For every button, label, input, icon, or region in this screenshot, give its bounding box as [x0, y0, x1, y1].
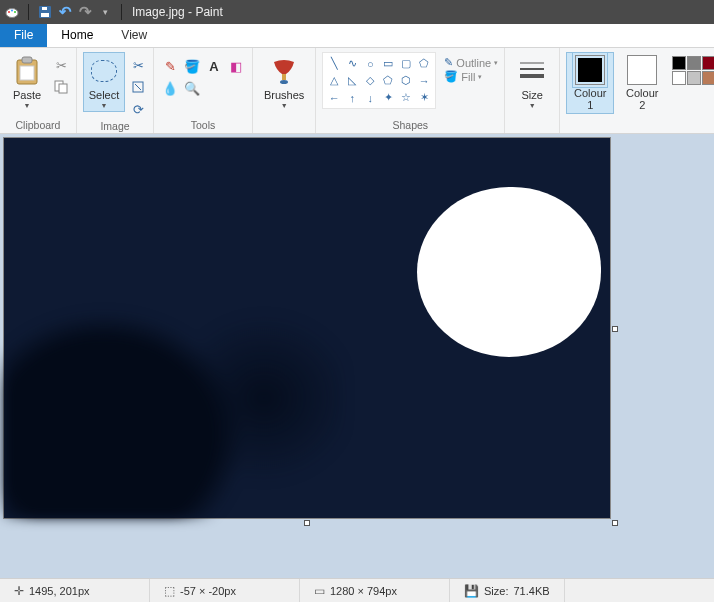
resize-handle-bottom[interactable] [304, 520, 310, 526]
shape-arrow-right-icon[interactable]: → [416, 73, 432, 88]
shape-diamond-icon[interactable]: ◇ [362, 73, 378, 88]
tab-view[interactable]: View [107, 24, 161, 47]
palette-swatch[interactable] [702, 71, 714, 85]
fillbucket-icon: 🪣 [444, 70, 458, 83]
shape-fill-button[interactable]: 🪣 Fill ▾ [444, 70, 498, 83]
palette-swatch[interactable] [702, 56, 714, 70]
palette-swatch[interactable] [687, 56, 701, 70]
colour-palette [672, 52, 714, 85]
svg-rect-13 [282, 74, 286, 80]
shape-triangle-icon[interactable]: △ [326, 73, 342, 88]
status-bar: ✛ 1495, 201px ⬚ -57 × -20px ▭ 1280 × 794… [0, 578, 714, 602]
tab-home[interactable]: Home [47, 24, 107, 47]
cut-icon[interactable]: ✂ [52, 56, 70, 74]
redo-icon[interactable]: ↷ [77, 4, 93, 20]
paste-label: Paste [13, 89, 41, 101]
size-label: Size [522, 89, 543, 101]
fill-icon[interactable]: 🪣 [182, 56, 202, 76]
palette-swatch[interactable] [672, 71, 686, 85]
colour-1-swatch [575, 55, 605, 85]
shape-rect-icon[interactable]: ▭ [380, 56, 396, 71]
status-canvas-dimensions: ▭ 1280 × 794px [300, 579, 450, 602]
shape-arrow-down-icon[interactable]: ↓ [362, 90, 378, 105]
dimensions-value: 1280 × 794px [330, 585, 397, 597]
chevron-down-icon: ▼ [529, 102, 536, 109]
quick-access-toolbar: ↶ ↷ ▾ [4, 4, 126, 20]
select-label: Select [89, 89, 120, 101]
paste-button[interactable]: Paste ▼ [6, 52, 48, 112]
shape-star5-icon[interactable]: ☆ [398, 90, 414, 105]
brush-icon [268, 55, 300, 87]
color-picker-icon[interactable]: 💧 [160, 78, 180, 98]
shapes-gallery[interactable]: ╲ ∿ ○ ▭ ▢ ⬠ △ ◺ ◇ ⬠ ⬡ → ← ↑ ↓ ✦ ☆ ✶ [322, 52, 436, 109]
shape-star4-icon[interactable]: ✦ [380, 90, 396, 105]
eraser-icon[interactable]: ◧ [226, 56, 246, 76]
image-canvas[interactable] [4, 138, 610, 518]
menu-tabs: File Home View [0, 24, 714, 48]
group-size: Size ▼ [505, 48, 560, 133]
resize-handle-right[interactable] [612, 326, 618, 332]
group-clipboard: Paste ▼ ✂ Clipboard [0, 48, 77, 133]
size-button[interactable]: Size ▼ [511, 52, 553, 112]
copy-icon[interactable] [52, 78, 70, 96]
resize-handle-corner[interactable] [612, 520, 618, 526]
paint-app-icon [4, 4, 20, 20]
text-icon[interactable]: A [204, 56, 224, 76]
shape-line-icon[interactable]: ╲ [326, 56, 342, 71]
outline-icon: ✎ [444, 56, 453, 69]
chevron-down-icon: ▼ [281, 102, 288, 109]
tools-grid: ✎ 🪣 A ◧ 💧 🔍 [160, 52, 246, 98]
rotate-icon[interactable]: ⟳ [129, 100, 147, 118]
status-file-size: 💾 Size: 71.4KB [450, 579, 565, 602]
resize-icon[interactable] [129, 78, 147, 96]
customize-qat-icon[interactable]: ▾ [97, 4, 113, 20]
colour-2-button[interactable]: Colour 2 [618, 52, 666, 114]
colour-2-label: Colour 2 [626, 87, 658, 111]
separator [121, 4, 122, 20]
group-brushes: Brushes ▼ [253, 48, 316, 133]
select-button[interactable]: Select ▼ [83, 52, 125, 112]
group-tools: ✎ 🪣 A ◧ 💧 🔍 Tools [154, 48, 253, 133]
shape-outline-button[interactable]: ✎ Outline ▾ [444, 56, 498, 69]
pencil-icon[interactable]: ✎ [160, 56, 180, 76]
colour-1-button[interactable]: Colour 1 [566, 52, 614, 114]
title-bar: ↶ ↷ ▾ Image.jpg - Paint [0, 0, 714, 24]
undo-icon[interactable]: ↶ [57, 4, 73, 20]
brushes-button[interactable]: Brushes ▼ [259, 52, 309, 112]
separator [28, 4, 29, 20]
group-image: Select ▼ ✂ ⟳ Image [77, 48, 154, 133]
shape-arrow-up-icon[interactable]: ↑ [344, 90, 360, 105]
selection-size-icon: ⬚ [164, 584, 175, 598]
shape-polygon-icon[interactable]: ⬠ [416, 56, 432, 71]
crop-icon[interactable]: ✂ [129, 56, 147, 74]
colour-2-swatch [627, 55, 657, 85]
shape-rtriangle-icon[interactable]: ◺ [344, 73, 360, 88]
svg-rect-11 [59, 84, 67, 93]
tools-group-label: Tools [191, 117, 216, 133]
chevron-down-icon: ▾ [478, 73, 482, 81]
outline-label: Outline [456, 57, 491, 69]
window-title: Image.jpg - Paint [132, 5, 223, 19]
magnifier-icon[interactable]: 🔍 [182, 78, 202, 98]
palette-swatch[interactable] [672, 56, 686, 70]
shape-arrow-left-icon[interactable]: ← [326, 90, 342, 105]
shape-hexagon-icon[interactable]: ⬡ [398, 73, 414, 88]
palette-swatch[interactable] [687, 71, 701, 85]
free-select-icon [88, 55, 120, 87]
shape-roundrect-icon[interactable]: ▢ [398, 56, 414, 71]
clipboard-icon [11, 55, 43, 87]
shape-oval-icon[interactable]: ○ [362, 56, 378, 71]
shape-star6-icon[interactable]: ✶ [416, 90, 432, 105]
tab-file[interactable]: File [0, 24, 47, 47]
shape-curve-icon[interactable]: ∿ [344, 56, 360, 71]
appname-label: Paint [195, 5, 222, 19]
image-group-label: Image [100, 118, 129, 133]
svg-rect-6 [42, 7, 47, 10]
canvas-area[interactable] [0, 134, 714, 578]
colour-1-label: Colour 1 [574, 87, 606, 111]
canvas-content [417, 187, 601, 357]
brushes-label: Brushes [264, 89, 304, 101]
filename-label: Image.jpg [132, 5, 185, 19]
save-icon[interactable] [37, 4, 53, 20]
shape-pentagon-icon[interactable]: ⬠ [380, 73, 396, 88]
